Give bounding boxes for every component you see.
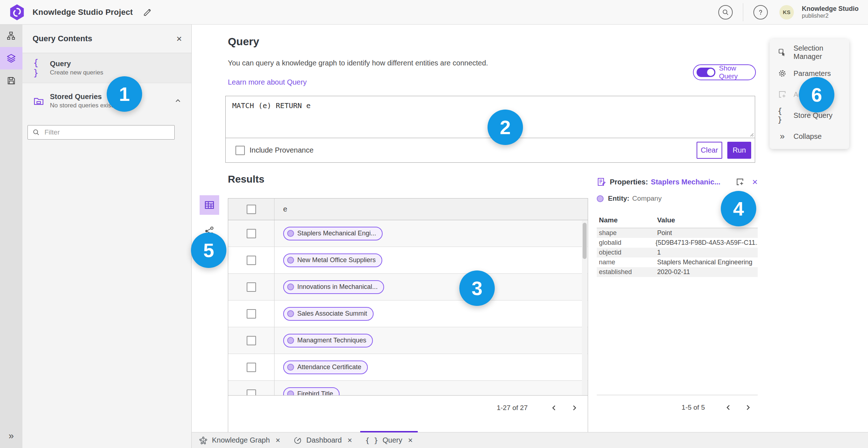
contents-item-query[interactable]: { } Query Create new queries: [22, 53, 191, 83]
properties-title: Properties:: [610, 178, 648, 186]
sidebar-item-contents[interactable]: [0, 47, 22, 69]
column-header-value: Value: [657, 216, 675, 224]
close-icon[interactable]: ×: [348, 436, 352, 445]
tab-query[interactable]: { } Query ×: [359, 432, 419, 448]
show-query-toggle[interactable]: Show Query: [693, 64, 756, 80]
table-row[interactable]: Firebird Title: [228, 381, 588, 395]
user-block[interactable]: Knowledge Studio publisher2: [802, 5, 859, 19]
table-row[interactable]: Staplers Mechanical Engi...: [228, 220, 588, 247]
entity-pill-label: Firebird Title: [297, 390, 333, 395]
row-checkbox[interactable]: [247, 256, 256, 265]
learn-more-link[interactable]: Learn more about Query: [228, 78, 307, 86]
query-heading: Query: [228, 35, 259, 48]
tab-knowledge-graph[interactable]: Knowledge Graph ×: [192, 432, 287, 448]
scrollbar-thumb[interactable]: [583, 223, 587, 259]
row-checkbox[interactable]: [247, 389, 256, 396]
query-item-subtitle: Create new queries: [50, 69, 103, 76]
row-checkbox[interactable]: [247, 336, 256, 345]
stored-queries-folder-icon: [33, 95, 46, 106]
annotation-badge-6: 6: [799, 77, 834, 112]
table-row[interactable]: New Metal Office Suppliers: [228, 247, 588, 274]
add-icon: [778, 90, 787, 99]
sidebar-item-save[interactable]: [0, 69, 22, 92]
topbar-divider: [743, 3, 743, 21]
entity-pill[interactable]: Attendance Certificate: [283, 360, 368, 374]
row-checkbox[interactable]: [247, 282, 256, 292]
results-pagination-text: 1-27 of 27: [497, 404, 528, 412]
run-button[interactable]: Run: [727, 142, 751, 159]
entity-pill[interactable]: New Metal Office Suppliers: [283, 253, 382, 267]
braces-icon: { }: [33, 58, 46, 78]
properties-actions: ×: [736, 177, 758, 187]
row-checkbox-cell: [228, 354, 275, 380]
help-button[interactable]: [753, 5, 768, 20]
add-to-selection-icon[interactable]: [736, 178, 744, 186]
previous-page-button[interactable]: [722, 401, 735, 414]
entity-pill-label: New Metal Office Suppliers: [297, 256, 376, 264]
menu-item-collapse[interactable]: » Collapse: [770, 126, 849, 147]
toggle-knob: [707, 69, 714, 76]
next-page-button[interactable]: [742, 401, 754, 414]
close-icon[interactable]: ×: [408, 436, 413, 445]
braces-icon: { }: [778, 107, 787, 124]
project-title: Knowledge Studio Project: [33, 8, 133, 17]
resize-handle-icon[interactable]: [749, 132, 754, 137]
sidebar-item-schema[interactable]: [0, 25, 22, 47]
row-checkbox[interactable]: [247, 363, 256, 372]
table-row[interactable]: Attendance Certificate: [228, 354, 588, 381]
stored-queries-subtitle: No stored queries exist: [50, 102, 113, 109]
row-checkbox[interactable]: [247, 309, 256, 319]
entity-pill[interactable]: Firebird Title: [283, 387, 340, 396]
entity-pill[interactable]: Sales Associate Summit: [283, 307, 374, 321]
filter-wrap: [27, 125, 175, 140]
chevron-right-icon: [744, 404, 752, 411]
next-page-button[interactable]: [568, 402, 580, 414]
filter-search-icon: [32, 128, 41, 137]
close-properties-icon[interactable]: ×: [752, 177, 758, 187]
menu-item-label: Collapse: [793, 132, 822, 141]
filter-input[interactable]: [27, 125, 175, 140]
table-icon: [204, 200, 215, 210]
query-contents-header: Query Contents ×: [22, 25, 191, 53]
property-name: shape: [597, 229, 657, 237]
row-checkbox[interactable]: [247, 229, 256, 238]
editor-buttons: Clear Run: [697, 142, 751, 159]
results-table-header: e: [228, 199, 588, 220]
table-row[interactable]: Innovations in Mechanical...: [228, 274, 588, 300]
properties-entity-link[interactable]: Staplers Mechanic...: [651, 178, 720, 186]
user-avatar[interactable]: KS: [779, 5, 794, 20]
knowledge-graph-icon: [199, 436, 208, 445]
entity-pill[interactable]: Staplers Mechanical Engi...: [283, 227, 383, 240]
menu-item-selection-manager[interactable]: Selection Manager: [770, 42, 849, 63]
expand-rail-icon[interactable]: »: [0, 428, 22, 443]
edit-title-icon[interactable]: [142, 7, 153, 18]
entity-type: Company: [632, 195, 661, 202]
results-table-body: Staplers Mechanical Engi... New Metal Of…: [228, 220, 588, 395]
menu-item-label: Selection Manager: [793, 44, 849, 61]
select-all-checkbox[interactable]: [247, 205, 256, 214]
table-row[interactable]: Sales Associate Summit: [228, 300, 588, 327]
column-header-e: e: [275, 205, 287, 213]
clear-button[interactable]: Clear: [697, 142, 722, 159]
include-provenance-checkbox[interactable]: [235, 146, 245, 155]
entity-pill[interactable]: Innovations in Mechanical...: [283, 280, 384, 294]
tab-dashboard[interactable]: Dashboard ×: [287, 432, 359, 448]
save-icon: [7, 76, 16, 85]
previous-page-button[interactable]: [548, 402, 560, 414]
chevron-up-icon[interactable]: [174, 97, 182, 105]
query-item-title: Query: [50, 60, 103, 68]
search-button[interactable]: [718, 5, 733, 20]
entity-pill[interactable]: Managment Techniques: [283, 334, 373, 347]
row-checkbox-cell: [228, 327, 275, 354]
table-row[interactable]: Managment Techniques: [228, 327, 588, 354]
annotation-badge-3: 3: [459, 270, 495, 306]
property-value: Point: [657, 229, 672, 237]
table-view-button[interactable]: [200, 195, 219, 215]
property-row: shape Point: [597, 228, 758, 238]
close-panel-icon[interactable]: ×: [176, 34, 182, 43]
close-icon[interactable]: ×: [276, 436, 280, 445]
property-name: established: [597, 268, 657, 276]
results-pagination: 1-27 of 27: [228, 395, 588, 420]
entity-pill-label: Managment Techniques: [297, 337, 366, 344]
user-role: publisher2: [802, 13, 859, 19]
